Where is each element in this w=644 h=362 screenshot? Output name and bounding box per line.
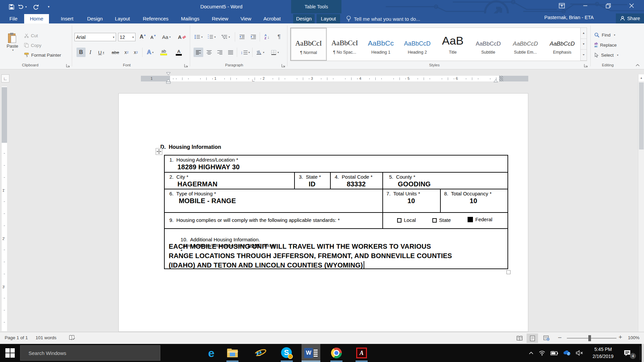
paste-dropdown-icon[interactable]: ▾ bbox=[12, 49, 13, 52]
checkbox-state[interactable]: State bbox=[432, 217, 451, 223]
replace-button[interactable]: abac Replace bbox=[594, 41, 628, 49]
font-color-button[interactable]: A bbox=[172, 48, 185, 57]
line-spacing-button[interactable]: ↕ ▾ bbox=[239, 48, 252, 57]
zoom-in-icon[interactable]: + bbox=[619, 334, 622, 341]
decrease-indent-button[interactable] bbox=[237, 32, 247, 42]
tab-layout[interactable]: Layout bbox=[111, 14, 133, 23]
undo-button[interactable]: ▾ bbox=[17, 3, 28, 11]
borders-button[interactable]: ▾ bbox=[268, 48, 282, 57]
highlight-button[interactable]: ab bbox=[157, 48, 170, 57]
bold-button[interactable]: B bbox=[76, 48, 86, 57]
show-desktop-button[interactable] bbox=[642, 344, 644, 362]
align-center-button[interactable] bbox=[204, 48, 214, 57]
taskbar-internet-explorer[interactable]: e bbox=[252, 344, 268, 362]
style-normal[interactable]: AaBbCcI ¶ Normal bbox=[290, 28, 327, 61]
cell-standards[interactable]: 9. Housing complies or will comply with … bbox=[165, 213, 383, 229]
ruler-column-marker[interactable] bbox=[499, 76, 503, 81]
restore-button[interactable] bbox=[600, 0, 616, 11]
cell-total-occupancy[interactable]: 8. Total Occupancy * 10 bbox=[441, 189, 507, 213]
taskbar-chrome[interactable] bbox=[328, 344, 344, 362]
housing-table[interactable]: 1. Housing Address/Location * 18289 HIGH… bbox=[164, 155, 508, 269]
tab-design[interactable]: Design bbox=[83, 14, 107, 23]
paste-button[interactable]: Paste ▾ bbox=[4, 26, 21, 58]
tab-home[interactable]: Home bbox=[24, 14, 49, 23]
align-right-button[interactable] bbox=[215, 48, 225, 57]
tell-me-box[interactable]: Tell me what you want to do... bbox=[346, 15, 420, 23]
table-resize-handle[interactable] bbox=[506, 270, 511, 274]
styles-dialog-launcher-icon[interactable] bbox=[584, 63, 588, 68]
numbering-button[interactable]: ▾ bbox=[206, 32, 218, 42]
scroll-up-icon[interactable]: ▲ bbox=[639, 74, 644, 81]
find-button[interactable]: Find▾ bbox=[594, 31, 623, 39]
taskbar-acrobat[interactable]: A bbox=[354, 344, 370, 362]
zoom-slider-thumb[interactable] bbox=[588, 335, 591, 341]
tray-chevron-up-icon[interactable] bbox=[526, 344, 536, 362]
sort-button[interactable]: AZ ↓ bbox=[262, 32, 272, 42]
cell-city[interactable]: 2. City * HAGERMAN bbox=[165, 173, 295, 189]
zoom-slider-track[interactable] bbox=[567, 338, 616, 339]
shading-button[interactable]: ▾ bbox=[254, 48, 267, 57]
format-painter-button[interactable]: Format Painter bbox=[24, 52, 71, 58]
italic-button[interactable]: I bbox=[87, 48, 94, 57]
minimize-button[interactable] bbox=[578, 0, 593, 11]
clear-formatting-button[interactable]: A bbox=[177, 32, 187, 42]
tab-acrobat[interactable]: Acrobat bbox=[258, 14, 286, 23]
account-name[interactable]: Pasternak, Brian - ETA bbox=[544, 15, 594, 20]
tab-file[interactable]: File bbox=[5, 14, 21, 23]
customize-quick-access-icon[interactable]: ▾ bbox=[45, 3, 52, 11]
increase-indent-button[interactable] bbox=[248, 32, 258, 42]
styles-scroll-down-icon[interactable]: ▼ bbox=[581, 39, 587, 50]
tab-table-design[interactable]: Design bbox=[293, 14, 315, 23]
text-effects-button[interactable]: A▾ bbox=[145, 48, 156, 57]
tray-volume-muted-icon[interactable] bbox=[574, 344, 585, 362]
cell-type-of-housing[interactable]: 6. Type of Housing * MOBILE - RANGE bbox=[165, 189, 383, 213]
cell-additional-info[interactable]: 10. Additional Housing Information. (If … bbox=[165, 229, 507, 268]
proofing-icon[interactable] bbox=[69, 335, 75, 341]
bullets-button[interactable]: ▾ bbox=[193, 32, 204, 42]
change-case-button[interactable]: Aa▾ bbox=[160, 32, 172, 42]
strikethrough-button[interactable]: abe bbox=[109, 48, 121, 57]
page-indicator[interactable]: Page 1 of 1 bbox=[5, 335, 28, 340]
tab-view[interactable]: View bbox=[236, 14, 256, 23]
taskbar-word-active[interactable]: W bbox=[302, 344, 320, 362]
checkbox-federal[interactable]: Federal bbox=[468, 217, 492, 222]
undo-dropdown-icon[interactable]: ▾ bbox=[25, 5, 26, 8]
right-indent-marker[interactable] bbox=[493, 79, 498, 83]
styles-more-icon[interactable]: ⏷ bbox=[581, 50, 587, 61]
styles-scroll-up-icon[interactable]: ▲ bbox=[581, 28, 587, 39]
zoom-out-icon[interactable]: − bbox=[558, 334, 562, 342]
scrollbar-thumb[interactable] bbox=[639, 82, 644, 149]
share-button[interactable]: Share bbox=[616, 13, 644, 23]
cell-state[interactable]: 3. State * ID bbox=[295, 173, 331, 189]
multilevel-list-button[interactable]: ▾ bbox=[219, 32, 232, 42]
font-size-select[interactable]: 12▾ bbox=[118, 33, 136, 41]
cell-postal-code[interactable]: 4. Postal Code * 83332 bbox=[331, 173, 383, 189]
checkbox-local[interactable]: Local bbox=[397, 217, 416, 223]
select-button[interactable]: Select▾ bbox=[594, 51, 625, 59]
font-dialog-launcher-icon[interactable] bbox=[184, 63, 188, 68]
taskbar-edge[interactable]: e bbox=[203, 344, 219, 362]
web-layout-button[interactable] bbox=[541, 334, 552, 343]
start-button[interactable] bbox=[0, 344, 20, 362]
clipboard-dialog-launcher-icon[interactable] bbox=[66, 63, 70, 68]
local-checkbox-icon[interactable] bbox=[397, 218, 401, 223]
style-heading-1[interactable]: AaBbCc Heading 1 bbox=[363, 28, 399, 61]
vertical-scrollbar[interactable]: ▲ bbox=[638, 74, 644, 332]
table-move-handle[interactable] bbox=[156, 148, 162, 155]
paragraph-dialog-launcher-icon[interactable] bbox=[281, 63, 285, 68]
tab-mailings[interactable]: Mailings bbox=[176, 14, 205, 23]
close-button[interactable] bbox=[624, 0, 639, 11]
taskbar-search-input[interactable]: Search Windows bbox=[20, 345, 160, 361]
tab-insert[interactable]: Insert bbox=[56, 14, 78, 23]
collapse-ribbon-icon[interactable] bbox=[634, 62, 641, 68]
style-heading-2[interactable]: AaBbCcD Heading 2 bbox=[399, 28, 436, 61]
shrink-font-button[interactable]: A▼ bbox=[149, 33, 158, 42]
taskbar-skype[interactable]: S bbox=[279, 344, 295, 362]
show-formatting-button[interactable]: ¶ bbox=[274, 32, 284, 42]
subscript-button[interactable]: x2 bbox=[122, 48, 131, 57]
tab-review[interactable]: Review bbox=[208, 14, 232, 23]
cell-address[interactable]: 1. Housing Address/Location * 18289 HIGH… bbox=[165, 156, 507, 173]
font-family-select[interactable]: Arial▾ bbox=[74, 33, 116, 41]
read-mode-button[interactable] bbox=[514, 334, 525, 343]
style-subtle-emphasis[interactable]: AaBbCcD Subtle Em... bbox=[507, 28, 544, 61]
